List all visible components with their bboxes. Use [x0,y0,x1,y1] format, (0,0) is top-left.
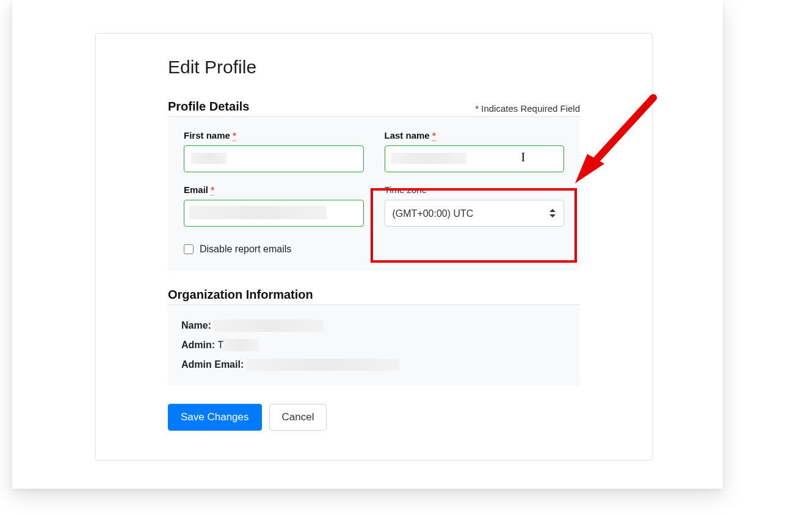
cancel-button[interactable]: Cancel [269,404,327,431]
org-info-panel: Name: Admin: T Admin Email: [168,305,580,385]
redacted-value [214,320,324,332]
email-label-text: Email [184,184,208,195]
redacted-value [247,359,399,371]
org-name-label: Name: [181,316,211,335]
save-button[interactable]: Save Changes [168,404,262,431]
org-name-row: Name: [181,316,567,335]
last-name-label: Last name * [385,130,565,141]
required-asterisk: * [432,130,436,141]
edit-profile-card: Edit Profile Profile Details * Indicates… [95,33,653,461]
timezone-label: Time zone [385,184,565,195]
profile-details-heading: Profile Details [168,100,249,114]
profile-details-header: Profile Details * Indicates Required Fie… [168,100,580,117]
required-field-note: * Indicates Required Field [475,103,580,114]
email-input[interactable] [184,200,364,227]
button-row: Save Changes Cancel [168,404,580,431]
org-admin-email-label: Admin Email: [181,355,244,374]
profile-details-panel: First name * Last name * [168,117,580,271]
first-name-input[interactable] [184,145,364,172]
email-group: Email * [184,184,364,227]
last-name-input[interactable] [385,145,565,172]
first-name-label-text: First name [184,130,230,141]
org-admin-label: Admin: [181,335,215,355]
disable-reports-label[interactable]: Disable report emails [200,244,291,255]
page-container: Edit Profile Profile Details * Indicates… [12,0,723,489]
page-title: Edit Profile [168,57,580,78]
disable-reports-row: Disable report emails [184,244,564,255]
org-info-header: Organization Information [168,288,580,305]
last-name-label-text: Last name [385,130,430,141]
last-name-group: Last name * I [385,130,565,172]
required-asterisk: * [211,184,214,195]
disable-reports-checkbox[interactable] [184,244,194,254]
org-admin-row: Admin: T [181,335,567,355]
org-info-heading: Organization Information [168,288,313,302]
required-asterisk: * [233,130,236,141]
org-admin-email-row: Admin Email: [181,355,567,374]
timezone-select[interactable]: (GMT+00:00) UTC [385,200,565,227]
redacted-value [223,339,259,351]
timezone-group: Time zone (GMT+00:00) UTC [385,184,565,227]
first-name-group: First name * [184,130,364,172]
email-tz-row: Email * Time zone (GMT+00:00) UTC [184,184,564,227]
org-admin-value: T [218,335,224,355]
first-name-label: First name * [184,130,364,141]
email-label: Email * [184,184,364,195]
name-row: First name * Last name * [184,130,564,172]
